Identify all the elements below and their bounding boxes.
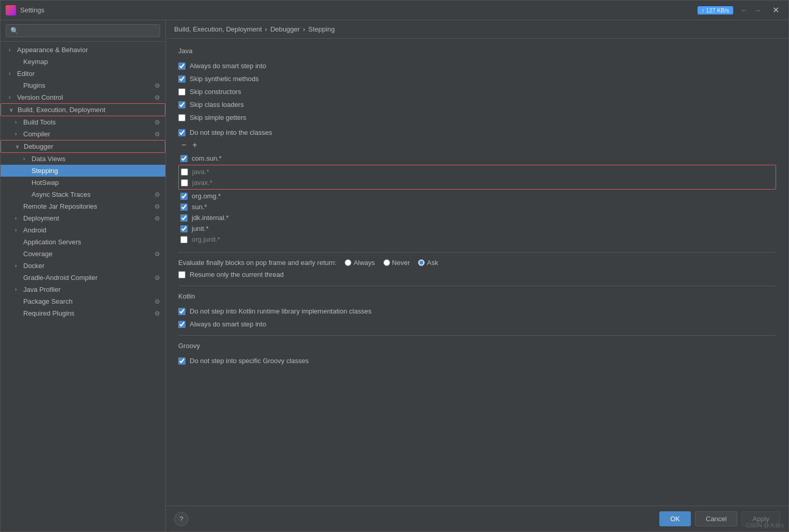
sidebar-item-coverage[interactable]: Coverage ⚙ xyxy=(1,248,165,260)
skip-synthetic-checkbox[interactable] xyxy=(178,75,185,83)
sidebar-item-label: Package Search xyxy=(23,298,152,305)
kotlin-smart-checkbox[interactable] xyxy=(178,321,185,328)
sidebar-item-package-search[interactable]: Package Search ⚙ xyxy=(1,295,165,307)
sidebar-item-label: Build Tools xyxy=(23,118,152,126)
sidebar-item-java-profiler[interactable]: › Java Profiler xyxy=(1,284,165,295)
remove-class-button[interactable]: − xyxy=(179,140,188,150)
skip-class-loaders-row: Skip class loaders xyxy=(178,100,776,109)
radio-ask-label[interactable]: Ask xyxy=(418,259,438,267)
class-item-junit: junit.* xyxy=(178,223,776,234)
chevron-icon: › xyxy=(15,227,21,233)
sidebar-item-editor[interactable]: › Editor xyxy=(1,68,165,80)
always-smart-checkbox[interactable] xyxy=(178,62,185,70)
settings-icon: ⚙ xyxy=(154,191,160,198)
sidebar-item-android[interactable]: › Android xyxy=(1,224,165,236)
radio-ask[interactable] xyxy=(418,259,425,266)
class-item-sun: sun.* xyxy=(178,201,776,212)
sidebar-item-docker[interactable]: › Docker xyxy=(1,260,165,272)
class-checkbox-org-omg[interactable] xyxy=(180,193,188,200)
sidebar-item-build-tools[interactable]: › Build Tools ⚙ xyxy=(1,116,165,128)
sidebar-item-plugins[interactable]: Plugins ⚙ xyxy=(1,80,165,91)
sidebar-item-required-plugins[interactable]: Required Plugins ⚙ xyxy=(1,307,165,319)
breadcrumb-part3: Stepping xyxy=(308,25,335,33)
sidebar-item-keymap[interactable]: Keymap xyxy=(1,56,165,68)
radio-ask-text: Ask xyxy=(427,259,438,267)
sidebar-item-compiler[interactable]: › Compiler ⚙ xyxy=(1,128,165,140)
skip-constructors-checkbox[interactable] xyxy=(178,88,185,96)
list-controls: − + xyxy=(178,140,776,150)
sidebar-item-label: Remote Jar Repositories xyxy=(23,202,152,210)
chevron-icon: › xyxy=(9,71,15,76)
sidebar-item-label: Application Servers xyxy=(23,238,160,246)
ok-button[interactable]: OK xyxy=(659,511,691,526)
divider-kotlin xyxy=(178,286,776,286)
settings-icon: ⚙ xyxy=(154,274,160,281)
skip-synthetic-label: Skip synthetic methods xyxy=(190,75,259,83)
kotlin-runtime-checkbox[interactable] xyxy=(178,308,185,315)
footer-left: ? xyxy=(174,512,189,526)
chevron-icon: › xyxy=(15,215,21,221)
breadcrumb-part2: Debugger xyxy=(270,25,300,33)
chevron-icon: › xyxy=(15,131,21,137)
settings-content: Java Always do smart step into Skip synt… xyxy=(166,39,788,506)
class-checkbox-com-sun[interactable] xyxy=(180,155,188,162)
sidebar-item-debugger[interactable]: ∨ Debugger xyxy=(1,140,165,153)
cancel-button[interactable]: Cancel xyxy=(695,511,737,526)
settings-icon: ⚙ xyxy=(154,215,160,222)
skip-class-loaders-checkbox[interactable] xyxy=(178,101,185,108)
right-panel: Build, Execution, Deployment › Debugger … xyxy=(166,20,788,531)
close-button[interactable]: ✕ xyxy=(768,4,783,16)
do-not-step-row: Do not step into the classes xyxy=(178,128,776,137)
class-checkbox-junit[interactable] xyxy=(180,225,188,232)
resume-thread-checkbox[interactable] xyxy=(178,271,185,278)
back-button[interactable]: ← xyxy=(738,5,750,15)
class-checkbox-org-junit[interactable] xyxy=(180,236,188,243)
sidebar-item-remote-jar[interactable]: Remote Jar Repositories ⚙ xyxy=(1,200,165,212)
radio-never-text: Never xyxy=(392,259,410,267)
sidebar-item-deployment[interactable]: › Deployment ⚙ xyxy=(1,212,165,224)
sidebar-item-label: Build, Execution, Deployment xyxy=(18,106,160,114)
settings-icon: ⚙ xyxy=(154,251,160,258)
search-box xyxy=(1,20,165,42)
sidebar-item-stepping[interactable]: Stepping xyxy=(1,165,165,177)
sidebar-item-hotswap[interactable]: HotSwap xyxy=(1,177,165,189)
sidebar-item-label: Async Stack Traces xyxy=(32,191,152,198)
search-input[interactable] xyxy=(6,24,160,37)
skip-simple-getters-checkbox[interactable] xyxy=(178,114,185,121)
chevron-icon: › xyxy=(15,287,21,292)
sidebar-item-application-servers[interactable]: Application Servers xyxy=(1,236,165,248)
sidebar-item-label: Deployment xyxy=(23,214,152,222)
do-not-step-section: Do not step into the classes − + com.sun… xyxy=(178,128,776,246)
forward-button[interactable]: → xyxy=(752,5,763,15)
class-item-javax: javax.* xyxy=(179,177,776,188)
chevron-down-icon: ∨ xyxy=(9,107,16,113)
sidebar-item-build-execution[interactable]: ∨ Build, Execution, Deployment xyxy=(1,103,165,116)
settings-icon: ⚙ xyxy=(154,310,160,317)
nav-arrows: ← → xyxy=(738,5,763,15)
radio-never-label[interactable]: Never xyxy=(383,259,410,267)
red-box-group: java.* javax.* xyxy=(178,165,776,190)
radio-always-label[interactable]: Always xyxy=(345,259,375,267)
sidebar-item-async-stack[interactable]: Async Stack Traces ⚙ xyxy=(1,189,165,200)
class-checkbox-jdk-internal[interactable] xyxy=(180,214,188,222)
help-button[interactable]: ? xyxy=(174,512,189,526)
skip-synthetic-row: Skip synthetic methods xyxy=(178,74,776,84)
do-not-step-checkbox[interactable] xyxy=(178,129,185,136)
sidebar-item-gradle-android[interactable]: Gradle-Android Compiler ⚙ xyxy=(1,272,165,284)
radio-never[interactable] xyxy=(383,259,390,266)
radio-always[interactable] xyxy=(345,259,351,266)
sidebar-item-label: Required Plugins xyxy=(23,309,152,317)
sidebar-item-version-control[interactable]: › Version Control ⚙ xyxy=(1,91,165,103)
main-content: › Appearance & Behavior Keymap › Editor … xyxy=(1,20,788,531)
sidebar-item-data-views[interactable]: › Data Views xyxy=(1,153,165,165)
class-checkbox-javax[interactable] xyxy=(181,179,188,186)
chevron-icon: › xyxy=(9,95,15,100)
groovy-classes-checkbox[interactable] xyxy=(178,357,185,365)
class-checkbox-java[interactable] xyxy=(181,168,188,176)
divider-groovy xyxy=(178,335,776,336)
sidebar-item-appearance[interactable]: › Appearance & Behavior xyxy=(1,44,165,56)
add-class-button[interactable]: + xyxy=(190,140,199,150)
class-checkbox-sun[interactable] xyxy=(180,204,188,211)
class-name-junit: junit.* xyxy=(192,225,209,232)
chevron-icon: › xyxy=(15,119,21,125)
